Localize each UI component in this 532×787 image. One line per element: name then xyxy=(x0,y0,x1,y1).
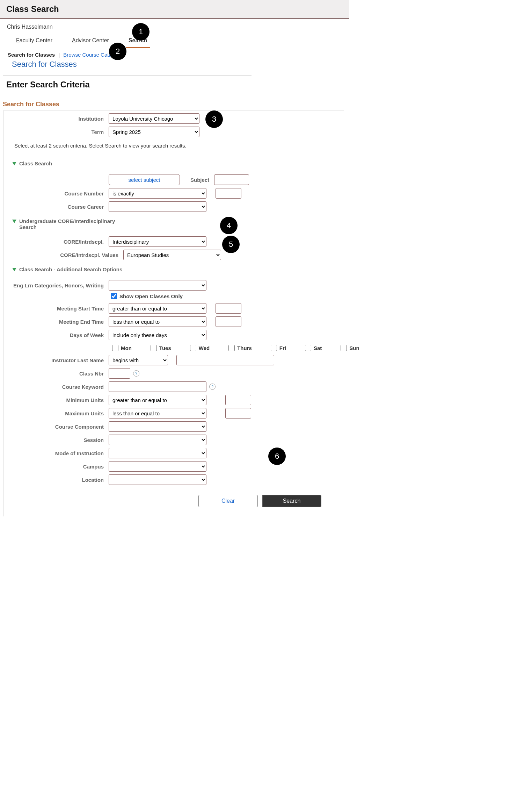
show-open-checkbox[interactable] xyxy=(111,293,117,299)
instruction-text: Select at least 2 search criteria. Selec… xyxy=(4,137,344,154)
start-time-input[interactable] xyxy=(216,303,241,314)
instructor-op-select[interactable]: begins with xyxy=(109,355,168,365)
course-career-label: Course Career xyxy=(4,204,109,210)
day-thurs-checkbox[interactable] xyxy=(228,345,235,351)
day-mon-checkbox[interactable] xyxy=(112,345,118,351)
core-values-label: CORE/Intrdscpl. Values xyxy=(4,252,123,258)
min-units-op-select[interactable]: greater than or equal to xyxy=(109,395,206,405)
collapse-icon xyxy=(12,220,16,223)
enter-criteria-heading: Enter Search Criteria xyxy=(0,76,349,94)
main-tabs: Faculty Center Advisor Center Search xyxy=(3,34,252,48)
help-icon[interactable]: ? xyxy=(133,370,139,377)
subnav-search-classes[interactable]: Search for Classes xyxy=(8,52,55,58)
location-select[interactable] xyxy=(109,474,206,485)
keyword-label: Course Keyword xyxy=(4,384,109,390)
tab-faculty-center[interactable]: Faculty Center xyxy=(13,34,55,48)
core-subsection[interactable]: Undergraduate CORE/Interdisciplinary Sea… xyxy=(4,212,344,231)
max-units-label: Maximum Units xyxy=(4,410,109,416)
days-op-select[interactable]: include only these days xyxy=(109,330,206,340)
start-time-label: Meeting Start Time xyxy=(4,306,109,312)
core-values-select[interactable]: European Studies xyxy=(123,250,221,260)
core-label: CORE/Intrdscpl. xyxy=(4,239,109,245)
username: Chris Hasselmann xyxy=(0,19,349,34)
min-units-input[interactable] xyxy=(225,395,251,405)
course-number-op-select[interactable]: is exactly xyxy=(109,188,206,199)
instructor-input[interactable] xyxy=(176,355,274,365)
mode-label: Mode of Instruction xyxy=(4,450,109,456)
clear-button[interactable]: Clear xyxy=(198,495,258,507)
search-button[interactable]: Search xyxy=(262,495,321,507)
subject-input[interactable] xyxy=(214,174,249,185)
max-units-op-select[interactable]: less than or equal to xyxy=(109,408,206,418)
day-sat-checkbox[interactable] xyxy=(305,345,311,351)
core-select[interactable]: Interdisciplinary xyxy=(109,236,206,247)
term-select[interactable]: Spring 2025 xyxy=(109,127,199,137)
form-boundary: Institution Loyola University Chicago Te… xyxy=(3,110,344,516)
show-open-label: Show Open Classes Only xyxy=(119,293,183,299)
component-label: Course Component xyxy=(4,424,109,430)
min-units-label: Minimum Units xyxy=(4,397,109,403)
page-header-title: Class Search xyxy=(6,4,59,14)
course-number-input[interactable] xyxy=(216,188,241,199)
day-wed-checkbox[interactable] xyxy=(190,345,196,351)
eng-label: Eng Lrn Categories, Honors, Writing xyxy=(4,282,109,288)
class-nbr-input[interactable] xyxy=(109,368,130,379)
end-time-input[interactable] xyxy=(216,316,241,327)
header-bar: Class Search xyxy=(0,0,349,19)
campus-label: Campus xyxy=(4,464,109,470)
help-icon[interactable]: ? xyxy=(209,384,216,390)
button-row: Clear Search xyxy=(4,485,344,507)
subject-label: Subject xyxy=(180,177,214,183)
course-career-select[interactable] xyxy=(109,201,206,212)
days-label: Days of Week xyxy=(4,332,109,338)
select-subject-button[interactable]: select subject xyxy=(109,174,180,185)
collapse-icon xyxy=(12,162,16,165)
end-time-label: Meeting End Time xyxy=(4,319,109,325)
eng-select[interactable] xyxy=(109,280,206,291)
institution-select[interactable]: Loyola University Chicago xyxy=(109,113,199,124)
institution-label: Institution xyxy=(4,116,109,122)
form-heading: Search for Classes xyxy=(0,94,349,110)
session-select[interactable] xyxy=(109,435,206,445)
subnav-browse-catalog[interactable]: Browse Course Catalog xyxy=(63,52,118,58)
session-label: Session xyxy=(4,437,109,443)
mode-select[interactable] xyxy=(109,448,206,458)
keyword-input[interactable] xyxy=(109,381,206,392)
campus-select[interactable] xyxy=(109,461,206,472)
start-time-op-select[interactable]: greater than or equal to xyxy=(109,303,206,314)
additional-subsection[interactable]: Class Search - Additional Search Options xyxy=(4,260,344,274)
day-fri-checkbox[interactable] xyxy=(271,345,277,351)
day-sun-checkbox[interactable] xyxy=(341,345,347,351)
page-title: Search for Classes xyxy=(8,57,247,72)
course-number-label: Course Number xyxy=(4,191,109,196)
instructor-label: Instructor Last Name xyxy=(4,357,109,363)
tab-search[interactable]: Search xyxy=(126,34,150,48)
class-search-subsection[interactable]: Class Search xyxy=(4,154,344,168)
max-units-input[interactable] xyxy=(225,408,251,418)
collapse-icon xyxy=(12,268,16,271)
day-tues-checkbox[interactable] xyxy=(151,345,157,351)
end-time-op-select[interactable]: less than or equal to xyxy=(109,316,206,327)
component-select[interactable] xyxy=(109,421,206,432)
tab-advisor-center[interactable]: Advisor Center xyxy=(69,34,112,48)
class-nbr-label: Class Nbr xyxy=(4,371,109,377)
term-label: Term xyxy=(4,129,109,135)
sub-nav: Search for Classes | Browse Course Catal… xyxy=(3,48,252,76)
location-label: Location xyxy=(4,477,109,483)
days-row: Mon Tues Wed Thurs Fri Sat Sun xyxy=(4,344,344,352)
